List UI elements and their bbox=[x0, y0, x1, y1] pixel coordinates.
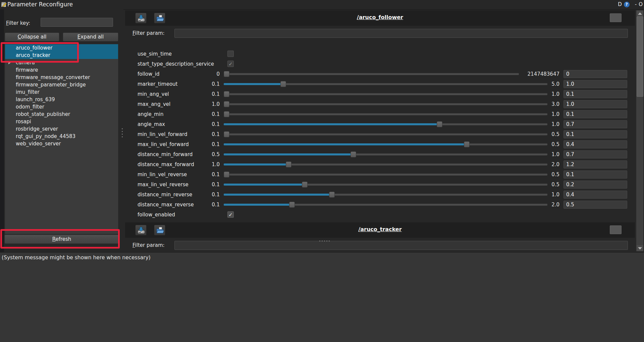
param-value-input[interactable]: 0 bbox=[564, 70, 627, 78]
param-slider[interactable] bbox=[224, 103, 547, 105]
minimize-button[interactable]: - bbox=[635, 1, 637, 7]
param-row-min_ang_vel: min_ang_vel 0.1 1.0 0.1 bbox=[125, 89, 635, 99]
param-value-input[interactable]: 0.7 bbox=[564, 150, 627, 158]
slider-handle[interactable] bbox=[351, 151, 356, 157]
slider-handle[interactable] bbox=[280, 81, 286, 87]
param-slider[interactable] bbox=[224, 123, 547, 125]
tree-item-label: rqt_gui_py_node_44583 bbox=[16, 133, 75, 139]
filter-param-input[interactable] bbox=[174, 241, 628, 250]
param-value-input[interactable]: 0.4 bbox=[564, 140, 627, 148]
param-value-input[interactable]: 0.5 bbox=[564, 201, 627, 209]
slider-fill bbox=[224, 153, 352, 155]
slider-handle[interactable] bbox=[289, 202, 295, 208]
scrollbar-thumb[interactable] bbox=[637, 16, 643, 97]
tree-item-label: aruco_tracker bbox=[16, 52, 50, 58]
slider-handle[interactable] bbox=[329, 192, 335, 198]
slider-handle[interactable] bbox=[286, 161, 291, 167]
param-row-min_lin_vel_forward: min_lin_vel_forward 0.1 0.5 0.1 bbox=[125, 129, 635, 139]
tree-item-camera[interactable]: camera bbox=[5, 59, 118, 66]
node-tree[interactable]: aruco_follower aruco_tracker camera firm… bbox=[5, 44, 118, 234]
node-title[interactable]: /aruco_follower bbox=[125, 14, 635, 20]
filter-key-input[interactable] bbox=[41, 18, 113, 27]
param-value-input[interactable]: 1.2 bbox=[564, 160, 627, 168]
param-slider[interactable] bbox=[224, 184, 547, 186]
slider-handle[interactable] bbox=[224, 71, 229, 77]
slider-fill bbox=[224, 204, 290, 206]
dock-control[interactable]: D bbox=[618, 1, 622, 7]
param-value-input[interactable]: 0.1 bbox=[564, 130, 627, 138]
checkmark-icon: ✓ bbox=[228, 61, 233, 67]
param-slider[interactable] bbox=[224, 133, 547, 135]
param-name: min_lin_vel_reverse bbox=[138, 169, 187, 180]
slider-handle[interactable] bbox=[224, 111, 229, 117]
node-close-button[interactable] bbox=[610, 225, 622, 234]
refresh-button[interactable]: Refresh bbox=[4, 234, 119, 244]
tree-item-robot_state_publisher[interactable]: robot_state_publisher bbox=[5, 111, 118, 118]
tree-item-firmware[interactable]: firmware bbox=[5, 66, 118, 74]
param-min-value: 0 bbox=[182, 69, 220, 79]
param-max-value: 1.0 bbox=[507, 119, 559, 129]
filter-param-input[interactable] bbox=[174, 29, 628, 38]
param-slider[interactable] bbox=[224, 194, 547, 196]
slider-handle[interactable] bbox=[224, 101, 229, 107]
param-checkbox[interactable]: ✓ bbox=[227, 61, 234, 67]
param-value-input[interactable]: 0.1 bbox=[564, 90, 627, 98]
param-checkbox[interactable]: ✓ bbox=[227, 51, 234, 57]
slider-handle[interactable] bbox=[224, 172, 229, 178]
tree-item-rqt_gui_py_node_44583[interactable]: rqt_gui_py_node_44583 bbox=[5, 133, 118, 140]
tree-item-aruco_follower[interactable]: aruco_follower bbox=[5, 44, 118, 52]
vertical-scrollbar[interactable] bbox=[636, 10, 643, 251]
tree-item-firmware_parameter_bridge[interactable]: firmware_parameter_bridge bbox=[5, 81, 118, 88]
param-max-value: 2.0 bbox=[507, 159, 559, 169]
tree-item-rosbridge_server[interactable]: rosbridge_server bbox=[5, 125, 118, 133]
slider-handle[interactable] bbox=[464, 141, 470, 147]
restore-button[interactable]: O bbox=[639, 1, 643, 7]
param-value-input[interactable]: 0.1 bbox=[564, 110, 627, 118]
node-close-button[interactable] bbox=[610, 13, 622, 22]
expand-all-button[interactable]: Expand all bbox=[63, 32, 118, 42]
param-slider[interactable] bbox=[224, 163, 547, 165]
expand-arrow-icon[interactable] bbox=[8, 61, 11, 64]
slider-handle[interactable] bbox=[224, 131, 229, 137]
slider-handle[interactable] bbox=[224, 91, 229, 97]
scroll-up-button[interactable] bbox=[637, 10, 643, 16]
param-slider[interactable] bbox=[224, 143, 547, 145]
param-slider[interactable] bbox=[224, 83, 547, 85]
node-title[interactable]: /aruco_tracker bbox=[125, 226, 635, 232]
tree-item-label: firmware bbox=[16, 67, 38, 73]
param-checkbox[interactable]: ✓ bbox=[227, 211, 234, 218]
param-slider[interactable] bbox=[224, 113, 547, 115]
tree-item-imu_filter[interactable]: imu_filter bbox=[5, 88, 118, 96]
tree-item-label: firmware_parameter_bridge bbox=[16, 82, 86, 88]
param-slider[interactable] bbox=[224, 93, 547, 95]
param-value-input[interactable]: 0.2 bbox=[564, 181, 627, 189]
tree-item-odom_filter[interactable]: odom_filter bbox=[5, 103, 118, 111]
vertical-splitter-handle[interactable] bbox=[121, 128, 123, 142]
tree-item-launch_ros_639[interactable]: launch_ros_639 bbox=[5, 96, 118, 103]
collapse-all-button[interactable]: Collapse all bbox=[5, 32, 59, 42]
param-value-input[interactable]: 1.0 bbox=[564, 100, 627, 108]
help-icon[interactable]: ? bbox=[624, 2, 630, 7]
param-slider[interactable] bbox=[224, 174, 547, 176]
slider-handle[interactable] bbox=[437, 121, 442, 127]
tree-item-firmware_message_converter[interactable]: firmware_message_converter bbox=[5, 74, 118, 81]
tree-item-label: camera bbox=[16, 60, 35, 66]
param-name: start_type_description_service bbox=[138, 59, 214, 69]
title-bar: Parameter Reconfigure D ? - O bbox=[0, 0, 644, 9]
horizontal-splitter-handle[interactable] bbox=[319, 241, 330, 242]
tree-item-web_video_server[interactable]: web_video_server bbox=[5, 140, 118, 147]
param-slider[interactable] bbox=[224, 153, 547, 155]
slider-handle[interactable] bbox=[302, 182, 308, 188]
tree-item-aruco_tracker[interactable]: aruco_tracker bbox=[5, 52, 118, 59]
param-value-input[interactable]: 0.1 bbox=[564, 170, 627, 179]
param-slider[interactable] bbox=[224, 204, 547, 206]
scroll-down-button[interactable] bbox=[637, 245, 643, 251]
param-name: max_lin_vel_forward bbox=[138, 139, 189, 149]
param-value-input[interactable]: 0.4 bbox=[564, 191, 627, 199]
param-slider[interactable] bbox=[224, 73, 519, 75]
checkmark-icon: ✓ bbox=[228, 51, 233, 57]
tree-item-rosapi[interactable]: rosapi bbox=[5, 118, 118, 125]
param-value-input[interactable]: 1.0 bbox=[564, 80, 627, 88]
param-value-input[interactable]: 0.7 bbox=[564, 120, 627, 128]
param-name: max_lin_vel_reverse bbox=[138, 180, 189, 190]
